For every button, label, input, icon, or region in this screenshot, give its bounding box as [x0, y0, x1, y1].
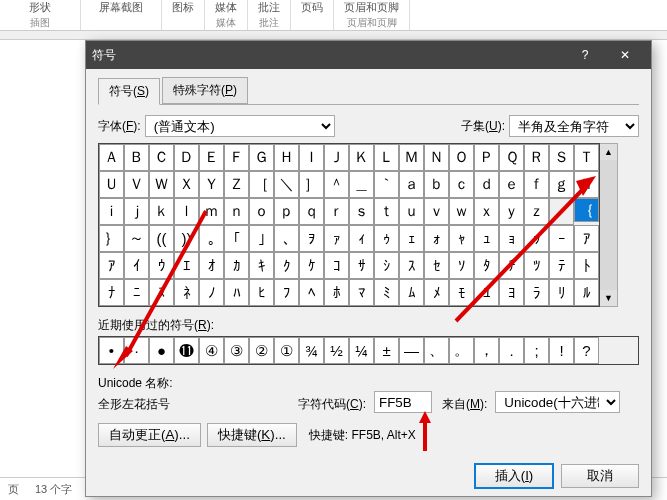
- ribbon-headerfooter[interactable]: 页眉和页脚页眉和页脚: [334, 0, 410, 30]
- ribbon-icons[interactable]: 图标: [162, 0, 205, 30]
- ribbon-screenshot[interactable]: 屏幕截图: [81, 0, 162, 30]
- ribbon-media[interactable]: 媒体媒体: [205, 0, 248, 30]
- ribbon-comment[interactable]: 批注批注: [248, 0, 291, 30]
- ribbon: 形状插图 屏幕截图 图标 媒体媒体 批注批注 页码 页眉和页脚页眉和页脚: [0, 0, 667, 31]
- ribbon-shapes[interactable]: 形状插图: [0, 0, 81, 30]
- ribbon-pagenum[interactable]: 页码: [291, 0, 334, 30]
- ruler: [0, 31, 667, 40]
